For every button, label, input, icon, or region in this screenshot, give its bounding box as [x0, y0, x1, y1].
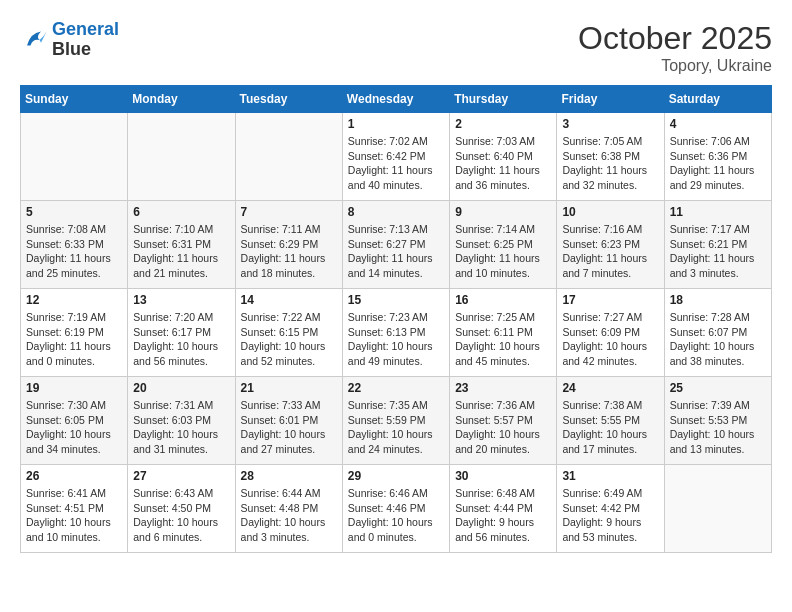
day-number: 16: [455, 293, 551, 307]
logo-line2: Blue: [52, 40, 119, 60]
calendar-cell: 22Sunrise: 7:35 AM Sunset: 5:59 PM Dayli…: [342, 377, 449, 465]
day-number: 27: [133, 469, 229, 483]
calendar-cell: 21Sunrise: 7:33 AM Sunset: 6:01 PM Dayli…: [235, 377, 342, 465]
day-number: 20: [133, 381, 229, 395]
day-info: Sunrise: 7:39 AM Sunset: 5:53 PM Dayligh…: [670, 398, 766, 457]
calendar-cell: 10Sunrise: 7:16 AM Sunset: 6:23 PM Dayli…: [557, 201, 664, 289]
calendar-cell: 17Sunrise: 7:27 AM Sunset: 6:09 PM Dayli…: [557, 289, 664, 377]
day-number: 17: [562, 293, 658, 307]
day-number: 19: [26, 381, 122, 395]
calendar-cell: 13Sunrise: 7:20 AM Sunset: 6:17 PM Dayli…: [128, 289, 235, 377]
day-info: Sunrise: 7:20 AM Sunset: 6:17 PM Dayligh…: [133, 310, 229, 369]
day-info: Sunrise: 6:43 AM Sunset: 4:50 PM Dayligh…: [133, 486, 229, 545]
calendar-cell: 25Sunrise: 7:39 AM Sunset: 5:53 PM Dayli…: [664, 377, 771, 465]
weekday-header: Wednesday: [342, 86, 449, 113]
day-number: 11: [670, 205, 766, 219]
calendar-cell: 27Sunrise: 6:43 AM Sunset: 4:50 PM Dayli…: [128, 465, 235, 553]
day-info: Sunrise: 6:49 AM Sunset: 4:42 PM Dayligh…: [562, 486, 658, 545]
day-number: 14: [241, 293, 337, 307]
day-number: 15: [348, 293, 444, 307]
calendar-cell: 28Sunrise: 6:44 AM Sunset: 4:48 PM Dayli…: [235, 465, 342, 553]
weekday-header: Saturday: [664, 86, 771, 113]
day-info: Sunrise: 7:36 AM Sunset: 5:57 PM Dayligh…: [455, 398, 551, 457]
day-info: Sunrise: 7:14 AM Sunset: 6:25 PM Dayligh…: [455, 222, 551, 281]
day-number: 26: [26, 469, 122, 483]
day-number: 7: [241, 205, 337, 219]
day-info: Sunrise: 7:10 AM Sunset: 6:31 PM Dayligh…: [133, 222, 229, 281]
calendar-cell: 1Sunrise: 7:02 AM Sunset: 6:42 PM Daylig…: [342, 113, 449, 201]
day-number: 24: [562, 381, 658, 395]
calendar-cell: 16Sunrise: 7:25 AM Sunset: 6:11 PM Dayli…: [450, 289, 557, 377]
calendar-cell: 24Sunrise: 7:38 AM Sunset: 5:55 PM Dayli…: [557, 377, 664, 465]
day-number: 2: [455, 117, 551, 131]
day-number: 3: [562, 117, 658, 131]
calendar-cell: 5Sunrise: 7:08 AM Sunset: 6:33 PM Daylig…: [21, 201, 128, 289]
weekday-header: Friday: [557, 86, 664, 113]
weekday-header: Thursday: [450, 86, 557, 113]
day-number: 10: [562, 205, 658, 219]
calendar-cell: 4Sunrise: 7:06 AM Sunset: 6:36 PM Daylig…: [664, 113, 771, 201]
day-number: 28: [241, 469, 337, 483]
day-number: 22: [348, 381, 444, 395]
day-number: 29: [348, 469, 444, 483]
day-info: Sunrise: 7:17 AM Sunset: 6:21 PM Dayligh…: [670, 222, 766, 281]
day-number: 1: [348, 117, 444, 131]
day-number: 30: [455, 469, 551, 483]
calendar-cell: [128, 113, 235, 201]
day-info: Sunrise: 7:30 AM Sunset: 6:05 PM Dayligh…: [26, 398, 122, 457]
calendar-cell: 2Sunrise: 7:03 AM Sunset: 6:40 PM Daylig…: [450, 113, 557, 201]
day-info: Sunrise: 7:19 AM Sunset: 6:19 PM Dayligh…: [26, 310, 122, 369]
day-number: 6: [133, 205, 229, 219]
day-info: Sunrise: 7:16 AM Sunset: 6:23 PM Dayligh…: [562, 222, 658, 281]
calendar-cell: 15Sunrise: 7:23 AM Sunset: 6:13 PM Dayli…: [342, 289, 449, 377]
day-number: 13: [133, 293, 229, 307]
title-block: October 2025 Topory, Ukraine: [578, 20, 772, 75]
day-info: Sunrise: 7:35 AM Sunset: 5:59 PM Dayligh…: [348, 398, 444, 457]
page-header: General Blue October 2025 Topory, Ukrain…: [20, 20, 772, 75]
calendar-cell: 26Sunrise: 6:41 AM Sunset: 4:51 PM Dayli…: [21, 465, 128, 553]
day-info: Sunrise: 7:22 AM Sunset: 6:15 PM Dayligh…: [241, 310, 337, 369]
day-number: 8: [348, 205, 444, 219]
day-info: Sunrise: 7:11 AM Sunset: 6:29 PM Dayligh…: [241, 222, 337, 281]
day-info: Sunrise: 7:05 AM Sunset: 6:38 PM Dayligh…: [562, 134, 658, 193]
calendar-cell: 30Sunrise: 6:48 AM Sunset: 4:44 PM Dayli…: [450, 465, 557, 553]
day-info: Sunrise: 6:46 AM Sunset: 4:46 PM Dayligh…: [348, 486, 444, 545]
day-number: 4: [670, 117, 766, 131]
day-info: Sunrise: 7:31 AM Sunset: 6:03 PM Dayligh…: [133, 398, 229, 457]
calendar-cell: 23Sunrise: 7:36 AM Sunset: 5:57 PM Dayli…: [450, 377, 557, 465]
calendar-cell: 6Sunrise: 7:10 AM Sunset: 6:31 PM Daylig…: [128, 201, 235, 289]
day-info: Sunrise: 7:38 AM Sunset: 5:55 PM Dayligh…: [562, 398, 658, 457]
calendar-cell: 7Sunrise: 7:11 AM Sunset: 6:29 PM Daylig…: [235, 201, 342, 289]
calendar-cell: 9Sunrise: 7:14 AM Sunset: 6:25 PM Daylig…: [450, 201, 557, 289]
weekday-header: Tuesday: [235, 86, 342, 113]
calendar-cell: 18Sunrise: 7:28 AM Sunset: 6:07 PM Dayli…: [664, 289, 771, 377]
day-number: 21: [241, 381, 337, 395]
calendar-cell: [664, 465, 771, 553]
day-info: Sunrise: 7:13 AM Sunset: 6:27 PM Dayligh…: [348, 222, 444, 281]
logo-line1: General: [52, 19, 119, 39]
day-info: Sunrise: 7:25 AM Sunset: 6:11 PM Dayligh…: [455, 310, 551, 369]
calendar-cell: 8Sunrise: 7:13 AM Sunset: 6:27 PM Daylig…: [342, 201, 449, 289]
calendar-cell: 31Sunrise: 6:49 AM Sunset: 4:42 PM Dayli…: [557, 465, 664, 553]
calendar-cell: [235, 113, 342, 201]
day-info: Sunrise: 7:03 AM Sunset: 6:40 PM Dayligh…: [455, 134, 551, 193]
location: Topory, Ukraine: [578, 57, 772, 75]
month-title: October 2025: [578, 20, 772, 57]
day-number: 25: [670, 381, 766, 395]
day-info: Sunrise: 6:48 AM Sunset: 4:44 PM Dayligh…: [455, 486, 551, 545]
calendar-cell: [21, 113, 128, 201]
day-number: 12: [26, 293, 122, 307]
day-info: Sunrise: 6:44 AM Sunset: 4:48 PM Dayligh…: [241, 486, 337, 545]
logo: General Blue: [20, 20, 119, 60]
day-info: Sunrise: 7:02 AM Sunset: 6:42 PM Dayligh…: [348, 134, 444, 193]
calendar-table: SundayMondayTuesdayWednesdayThursdayFrid…: [20, 85, 772, 553]
calendar-cell: 3Sunrise: 7:05 AM Sunset: 6:38 PM Daylig…: [557, 113, 664, 201]
day-info: Sunrise: 7:28 AM Sunset: 6:07 PM Dayligh…: [670, 310, 766, 369]
weekday-header: Sunday: [21, 86, 128, 113]
day-number: 5: [26, 205, 122, 219]
calendar-cell: 12Sunrise: 7:19 AM Sunset: 6:19 PM Dayli…: [21, 289, 128, 377]
day-number: 18: [670, 293, 766, 307]
weekday-header: Monday: [128, 86, 235, 113]
calendar-cell: 19Sunrise: 7:30 AM Sunset: 6:05 PM Dayli…: [21, 377, 128, 465]
logo-bird-icon: [20, 26, 48, 54]
